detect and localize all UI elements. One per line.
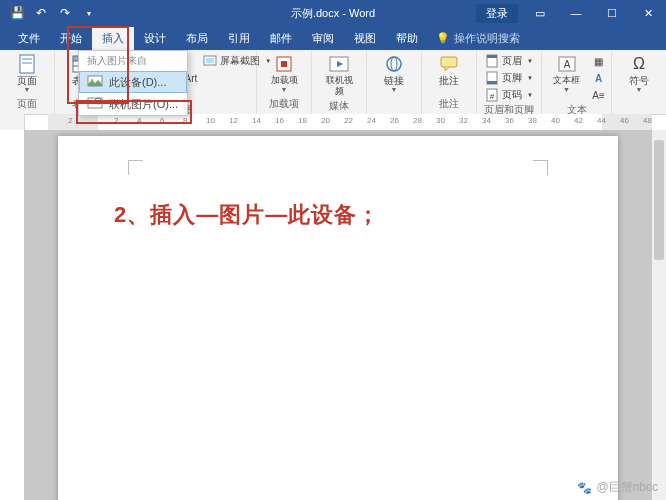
chevron-down-icon: ▼: [527, 92, 533, 98]
vertical-scrollbar[interactable]: [652, 130, 666, 500]
chevron-down-icon: ▼: [281, 87, 288, 93]
tab-design[interactable]: 设计: [134, 27, 176, 50]
tab-help[interactable]: 帮助: [386, 27, 428, 50]
header-icon: [485, 54, 499, 68]
document-title: 示例.docx - Word: [291, 6, 375, 21]
chevron-down-icon: ▼: [527, 75, 533, 81]
ribbon-tabs: 文件 开始 插入 设计 布局 引用 邮件 审阅 视图 帮助 💡 操作说明搜索: [0, 26, 666, 50]
screenshot-icon: [203, 54, 217, 68]
pagenum-label: 页码: [502, 88, 522, 102]
video-icon: [329, 54, 349, 74]
video-label: 联机视频: [322, 75, 356, 97]
document-area[interactable]: 2、插入—图片—此设备；: [24, 130, 652, 500]
group-symbols: Ω 符号 ▼: [612, 50, 666, 114]
symbol-button[interactable]: Ω 符号 ▼: [618, 52, 660, 95]
scroll-thumb[interactable]: [654, 140, 664, 260]
comment-button[interactable]: 批注: [428, 52, 470, 88]
svg-rect-30: [487, 81, 497, 84]
group-pages: 页面 ▼ 页面: [0, 50, 55, 114]
online-picture-icon: [87, 96, 103, 112]
chevron-down-icon: ▼: [24, 87, 31, 93]
group-media: 联机视频 媒体: [312, 50, 367, 114]
titlebar: 💾 ↶ ↷ ▾ 示例.docx - Word 登录 ▭ — ☐ ✕: [0, 0, 666, 26]
group-links: 链接 ▼: [367, 50, 422, 114]
comment-icon: [439, 54, 459, 74]
margin-corner-mark: [533, 160, 548, 175]
textbox-label: 文本框: [553, 75, 580, 86]
chevron-down-icon: ▼: [527, 58, 533, 64]
links-label: 链接: [384, 75, 404, 86]
group-comments: 批注 批注: [422, 50, 477, 114]
svg-point-24: [387, 57, 401, 71]
svg-rect-2: [22, 62, 32, 64]
group-addins: 加载项 ▼ 加载项: [257, 50, 312, 114]
dropdown-online[interactable]: 联机图片(O)...: [79, 93, 187, 115]
tab-insert[interactable]: 插入: [92, 27, 134, 50]
minimize-icon[interactable]: —: [558, 0, 594, 26]
margin-corner-mark: [128, 160, 143, 175]
tab-file[interactable]: 文件: [8, 27, 50, 50]
watermark: 🐾 @巨蟹nbcc: [577, 479, 658, 496]
pages-label: 页面: [17, 75, 37, 86]
redo-icon[interactable]: ↷: [54, 2, 76, 24]
tell-me-label: 操作说明搜索: [454, 31, 520, 46]
symbol-icon: Ω: [629, 54, 649, 74]
dropdown-this-device-label: 此设备(D)...: [109, 75, 166, 90]
pagenum-button[interactable]: #页码▼: [483, 87, 535, 103]
horizontal-ruler[interactable]: 2246810121416182022242628303234363840424…: [48, 114, 652, 131]
tab-home[interactable]: 开始: [50, 27, 92, 50]
dropcap-icon: A≡: [592, 88, 606, 102]
word-window: 💾 ↶ ↷ ▾ 示例.docx - Word 登录 ▭ — ☐ ✕ 文件 开始 …: [0, 0, 666, 500]
svg-text:#: #: [490, 92, 495, 101]
device-icon: [87, 74, 103, 90]
header-button[interactable]: 页眉▼: [483, 53, 535, 69]
tab-review[interactable]: 审阅: [302, 27, 344, 50]
chevron-down-icon: ▼: [636, 87, 643, 93]
undo-icon[interactable]: ↶: [30, 2, 52, 24]
lightbulb-icon: 💡: [436, 32, 450, 45]
annotation-text: 2、插入—图片—此设备；: [114, 200, 380, 230]
ruler-corner: [0, 114, 25, 131]
page-icon: [17, 54, 37, 74]
comment-label: 批注: [439, 75, 459, 86]
tell-me-search[interactable]: 💡 操作说明搜索: [428, 27, 528, 50]
screenshot-label: 屏幕截图: [220, 54, 260, 68]
svg-rect-22: [281, 61, 287, 67]
svg-rect-28: [487, 55, 497, 58]
svg-rect-26: [441, 57, 457, 67]
tab-view[interactable]: 视图: [344, 27, 386, 50]
qat-more-icon[interactable]: ▾: [78, 2, 100, 24]
tab-layout[interactable]: 布局: [176, 27, 218, 50]
tab-references[interactable]: 引用: [218, 27, 260, 50]
pagenum-icon: #: [485, 88, 499, 102]
tab-mailings[interactable]: 邮件: [260, 27, 302, 50]
svg-rect-1: [22, 58, 32, 60]
footer-label: 页脚: [502, 71, 522, 85]
page[interactable]: 2、插入—图片—此设备；: [58, 136, 618, 500]
paw-icon: 🐾: [577, 481, 592, 495]
online-video-button[interactable]: 联机视频: [318, 52, 360, 99]
ruler-ticks: 2246810121416182022242628303234363840424…: [48, 114, 652, 130]
chevron-down-icon: ▼: [391, 87, 398, 93]
links-button[interactable]: 链接 ▼: [373, 52, 415, 95]
close-icon[interactable]: ✕: [630, 0, 666, 26]
quick-parts-button[interactable]: ▦: [590, 53, 608, 69]
addins-icon: [274, 54, 294, 74]
ribbon-options-icon[interactable]: ▭: [522, 0, 558, 26]
vertical-ruler[interactable]: [0, 130, 25, 500]
group-comments-label: 批注: [439, 97, 459, 112]
maximize-icon[interactable]: ☐: [594, 0, 630, 26]
pages-button[interactable]: 页面 ▼: [6, 52, 48, 95]
group-header-footer: 页眉▼ 页脚▼ #页码▼ 页眉和页脚: [477, 50, 542, 114]
chevron-down-icon: ▼: [563, 87, 570, 93]
wordart-button[interactable]: A: [590, 70, 608, 86]
save-icon[interactable]: 💾: [6, 2, 28, 24]
login-button[interactable]: 登录: [476, 4, 518, 23]
addins-button[interactable]: 加载项 ▼: [263, 52, 305, 95]
dropdown-this-device[interactable]: 此设备(D)...: [79, 71, 187, 93]
dropcap-button[interactable]: A≡: [590, 87, 608, 103]
picture-dropdown: 插入图片来自 此设备(D)... 联机图片(O)...: [78, 50, 188, 116]
textbox-button[interactable]: A 文本框 ▼: [546, 52, 588, 95]
footer-button[interactable]: 页脚▼: [483, 70, 535, 86]
group-pages-label: 页面: [17, 97, 37, 112]
